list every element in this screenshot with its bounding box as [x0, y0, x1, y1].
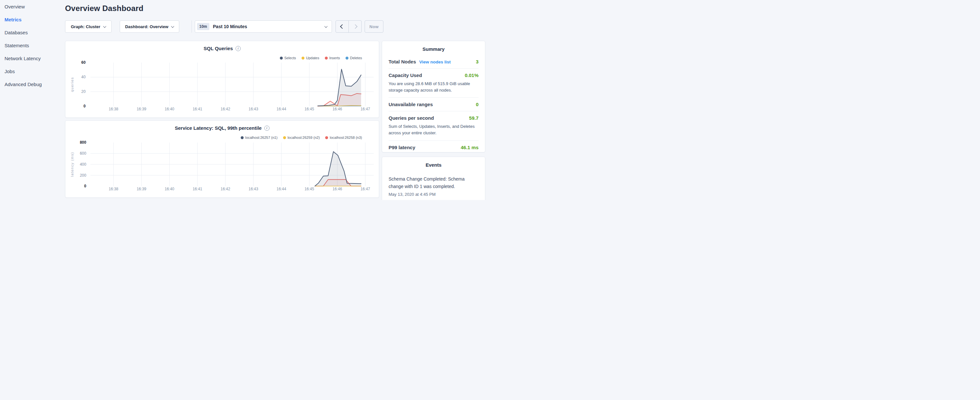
summary-row-unavailable-ranges: Unavailable ranges 0 [388, 97, 479, 111]
svg-text:0: 0 [83, 104, 86, 108]
time-window-label: Past 10 Minutes [213, 24, 247, 29]
summary-panel: Summary Total Nodes View nodes list 3 Ca… [382, 41, 485, 153]
time-nav-buttons [336, 21, 362, 33]
summary-row-queries-per-second: Queries per second 59.7 Sum of Selects, … [388, 111, 479, 140]
svg-text:60: 60 [81, 60, 86, 65]
svg-text:16:46: 16:46 [332, 107, 342, 112]
svg-text:16:40: 16:40 [165, 107, 174, 112]
service-latency-chart-card: Service Latency: SQL, 99th percentile i … [65, 120, 379, 198]
chevron-down-icon [325, 25, 328, 28]
svg-text:600: 600 [80, 151, 86, 156]
summary-value: 3 [476, 59, 479, 64]
svg-text:16:42: 16:42 [221, 107, 231, 112]
svg-text:800: 800 [80, 140, 86, 145]
svg-text:16:43: 16:43 [248, 187, 258, 191]
event-timestamp: May 13, 2020 at 4:45 PM [388, 192, 479, 197]
controls-divider [191, 21, 192, 33]
svg-text:latency (ms): latency (ms) [70, 152, 74, 177]
svg-text:16:47: 16:47 [360, 107, 370, 112]
svg-text:16:39: 16:39 [137, 187, 146, 191]
time-prev-button[interactable] [336, 21, 348, 32]
sidebar-item-metrics[interactable]: Metrics [0, 13, 62, 26]
sidebar-item-databases[interactable]: Databases [0, 26, 62, 39]
svg-text:16:38: 16:38 [109, 107, 118, 112]
graph-dropdown-label: Graph: Cluster [71, 24, 100, 29]
svg-text:16:46: 16:46 [332, 187, 342, 191]
summary-label: Total Nodes [388, 59, 416, 64]
sidebar-item-advanced-debug[interactable]: Advanced Debug [0, 78, 62, 91]
summary-label: Unavailable ranges [388, 102, 433, 107]
svg-text:0: 0 [84, 184, 86, 188]
svg-text:16:44: 16:44 [277, 187, 286, 191]
svg-text:16:43: 16:43 [248, 107, 258, 112]
summary-row-p99-latency: P99 latency 46.1 ms [388, 140, 479, 154]
page-title: Overview Dashboard [65, 4, 143, 13]
events-title: Events [388, 162, 479, 167]
chevron-down-icon [171, 25, 174, 28]
summary-row-capacity-used: Capacity Used 0.01% You are using 28.6 M… [388, 68, 479, 97]
now-button[interactable]: Now [364, 21, 383, 33]
summary-value: 59.7 [469, 115, 479, 121]
svg-text:16:45: 16:45 [304, 187, 314, 191]
svg-text:queries: queries [70, 77, 74, 92]
events-panel: Events Schema Change Completed: Schema c… [382, 157, 485, 200]
svg-text:16:41: 16:41 [192, 107, 202, 112]
event-item[interactable]: Schema Change Completed: Schema change w… [388, 175, 479, 197]
chevron-down-icon [103, 25, 107, 28]
dashboard-dropdown-label: Dashboard: Overview [125, 24, 169, 29]
svg-text:16:47: 16:47 [360, 187, 370, 191]
svg-text:16:41: 16:41 [192, 187, 202, 191]
sidebar-item-overview[interactable]: Overview [0, 0, 62, 13]
summary-row-total-nodes: Total Nodes View nodes list 3 [388, 55, 479, 68]
summary-label: P99 latency [388, 145, 415, 150]
sql-queries-chart-card: SQL Queries i SelectsUpdatesInsertsDelet… [65, 41, 379, 118]
time-next-button[interactable] [348, 21, 361, 32]
svg-text:20: 20 [81, 89, 86, 94]
view-nodes-list-link[interactable]: View nodes list [419, 59, 451, 64]
sql-queries-chart[interactable]: 16:3816:3916:4016:4116:4216:4316:4416:45… [65, 41, 379, 118]
time-window-badge: 10m [197, 23, 209, 30]
summary-value: 0 [476, 102, 479, 107]
summary-description: You are using 28.6 MiB of 515.9 GiB usab… [388, 81, 479, 94]
svg-text:200: 200 [80, 173, 86, 178]
svg-text:400: 400 [80, 162, 86, 167]
sidebar: Overview Metrics Databases Statements Ne… [0, 0, 62, 200]
summary-title: Summary [388, 46, 479, 52]
chevron-left-icon [340, 24, 344, 29]
summary-description: Sum of Selects, Updates, Inserts, and De… [388, 123, 479, 136]
summary-value: 0.01% [465, 72, 479, 78]
svg-text:16:45: 16:45 [304, 107, 314, 112]
svg-text:16:40: 16:40 [165, 187, 174, 191]
sidebar-item-statements[interactable]: Statements [0, 39, 62, 52]
dashboard-dropdown[interactable]: Dashboard: Overview [120, 21, 179, 33]
svg-text:16:44: 16:44 [277, 107, 286, 112]
svg-text:40: 40 [81, 75, 86, 79]
summary-label: Queries per second [388, 115, 434, 121]
svg-text:16:39: 16:39 [137, 107, 146, 112]
time-window-selector[interactable]: 10m Past 10 Minutes [195, 21, 332, 33]
svg-text:16:42: 16:42 [221, 187, 231, 191]
chevron-right-icon [353, 24, 357, 29]
summary-value: 46.1 ms [461, 145, 479, 150]
summary-label: Capacity Used [388, 72, 422, 78]
sidebar-item-network-latency[interactable]: Network Latency [0, 52, 62, 65]
svg-text:16:38: 16:38 [109, 187, 118, 191]
service-latency-chart[interactable]: 16:3816:3916:4016:4116:4216:4316:4416:45… [65, 121, 379, 198]
sidebar-item-jobs[interactable]: Jobs [0, 65, 62, 78]
graph-dropdown[interactable]: Graph: Cluster [65, 21, 111, 33]
event-text: Schema Change Completed: Schema change w… [388, 175, 479, 190]
